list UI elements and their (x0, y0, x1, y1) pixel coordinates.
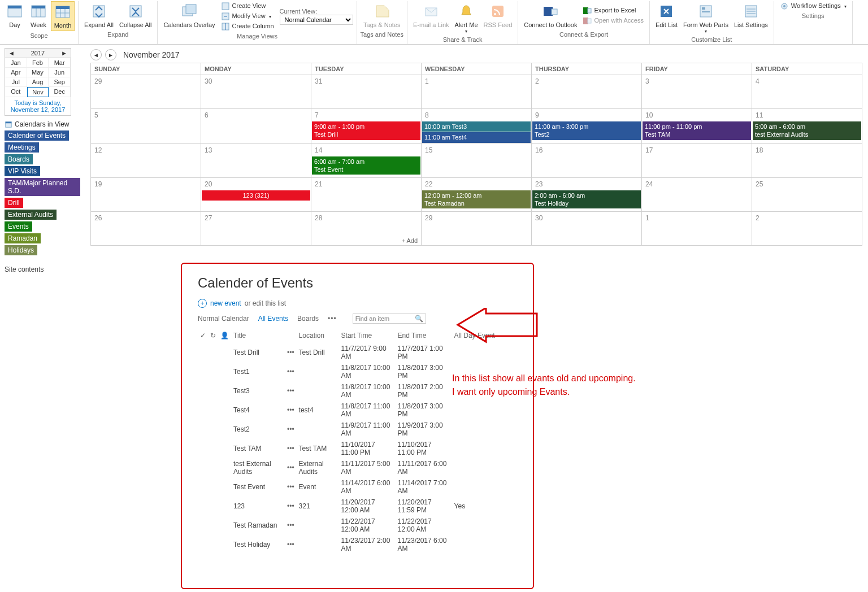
edit-list-button[interactable]: Edit List (653, 1, 680, 35)
calendar-cell[interactable]: 15 (422, 143, 532, 177)
calendar-event[interactable]: 6:00 am - 7:00 amTest Event (312, 156, 420, 175)
search-icon[interactable]: 🔍 (415, 315, 423, 323)
add-event-link[interactable]: Add (402, 237, 418, 244)
calendar-cell[interactable]: 810:00 am Test311:00 am Test4 (422, 109, 532, 144)
rss-feed-button[interactable]: RSS Feed (481, 1, 515, 35)
calendar-cell[interactable]: 5 (91, 109, 201, 144)
dp-month-aug[interactable]: Aug (27, 77, 49, 87)
row-menu[interactable]: ••• (285, 381, 297, 401)
dp-month-apr[interactable]: Apr (5, 68, 27, 77)
calendar-cell[interactable]: 30 (201, 75, 311, 109)
calendar-cell[interactable]: 6 (201, 109, 311, 144)
tags-notes-button[interactable]: Tags & Notes (361, 1, 402, 30)
table-row[interactable]: Test2•••11/9/2017 11:00 AM11/9/2017 3:00… (198, 420, 517, 439)
calendar-cell[interactable]: 911:00 am - 3:00 pmTest2 (532, 109, 642, 144)
calendar-cell[interactable]: 232:00 am - 6:00 amTest Holiday (532, 177, 642, 211)
calendar-event[interactable]: 11:00 am Test4 (422, 132, 531, 142)
cal-prev[interactable]: ◄ (90, 49, 102, 60)
calendar-cell[interactable]: 2 (532, 75, 642, 109)
calendar-item[interactable]: VIP Visits (5, 166, 40, 176)
week-button[interactable]: Week (27, 1, 50, 31)
views-more[interactable]: ••• (328, 315, 337, 323)
sync-icon[interactable]: ↻ (210, 332, 216, 339)
dp-month-sep[interactable]: Sep (49, 77, 71, 87)
month-button[interactable]: Month (51, 1, 75, 31)
calendar-cell[interactable]: 27 (201, 211, 311, 245)
calendar-cell[interactable]: 24 (642, 177, 752, 211)
dp-month-oct[interactable]: Oct (5, 87, 27, 97)
dp-month-dec[interactable]: Dec (49, 87, 71, 97)
calendar-event[interactable]: 123 (321) (202, 190, 310, 201)
table-row[interactable]: 123•••32111/20/2017 12:00 AM11/20/2017 1… (198, 497, 517, 516)
calendar-cell[interactable]: 19 (91, 177, 201, 211)
new-event-link[interactable]: new event (210, 299, 241, 307)
calendar-cell[interactable]: 1 (422, 75, 532, 109)
email-link-button[interactable]: E-mail a Link (411, 1, 452, 35)
calendar-item[interactable]: External Audits (5, 210, 57, 220)
calendar-cell[interactable]: 29 (91, 75, 201, 109)
calendar-item[interactable]: Drill (5, 198, 23, 208)
calendar-cell[interactable]: 18 (752, 143, 862, 177)
table-row[interactable]: Test Ramadan•••11/22/2017 12:00 AM11/22/… (198, 516, 517, 535)
calendar-cell[interactable]: 1011:00 pm - 11:00 pmTest TAM (642, 109, 752, 144)
table-row[interactable]: Test TAM•••Test TAM11/10/2017 11:00 PM11… (198, 439, 517, 458)
calendar-cell[interactable]: 30 (532, 211, 642, 245)
calendar-event[interactable]: 9:00 am - 1:00 pmTest Drill (312, 121, 420, 140)
calendar-cell[interactable]: 21 (311, 177, 422, 211)
calendar-item[interactable]: Boards (5, 154, 33, 164)
dp-month-jul[interactable]: Jul (5, 77, 27, 87)
calendar-event[interactable]: 10:00 am Test3 (422, 121, 531, 132)
check-icon[interactable]: ✓ (200, 332, 206, 339)
calendar-cell[interactable]: 146:00 am - 7:00 amTest Event (311, 143, 422, 177)
row-menu[interactable]: ••• (285, 401, 297, 420)
dp-month-jun[interactable]: Jun (49, 68, 71, 77)
calendar-item[interactable]: Calender of Events (5, 130, 69, 141)
export-excel-button[interactable]: Export to Excel (580, 6, 645, 16)
calendar-cell[interactable]: 2212:00 am - 12:00 amTest Ramadan (422, 177, 532, 211)
row-menu[interactable]: ••• (285, 477, 297, 497)
calendar-event[interactable]: 12:00 am - 12:00 amTest Ramadan (422, 190, 531, 209)
calendar-cell[interactable]: 17 (642, 143, 752, 177)
table-row[interactable]: Test Holiday•••11/23/2017 2:00 AM11/23/2… (198, 535, 517, 554)
dp-month-mar[interactable]: Mar (49, 58, 71, 68)
row-menu[interactable]: ••• (285, 439, 297, 458)
row-menu[interactable]: ••• (285, 497, 297, 516)
form-web-parts-button[interactable]: Form Web Parts▾ (681, 1, 731, 35)
row-menu[interactable]: ••• (285, 343, 297, 362)
list-settings-button[interactable]: List Settings (732, 1, 770, 35)
view-all-events[interactable]: All Events (258, 315, 288, 323)
calendar-cell[interactable]: 20123 (321) (201, 177, 311, 211)
calendar-item[interactable]: Meetings (5, 142, 39, 153)
calendar-cell[interactable]: 79:00 am - 1:00 pmTest Drill (311, 109, 422, 144)
calendar-cell[interactable]: 115:00 am - 6:00 amtest External Audits (752, 109, 862, 144)
plus-icon[interactable]: + (198, 299, 207, 308)
row-menu[interactable]: ••• (285, 458, 297, 477)
dp-month-feb[interactable]: Feb (27, 58, 49, 68)
dp-month-may[interactable]: May (27, 68, 49, 77)
calendar-cell[interactable]: 28Add (311, 211, 422, 245)
calendar-cell[interactable]: 13 (201, 143, 311, 177)
dp-today[interactable]: Today is Sunday, November 12, 2017 (5, 97, 71, 115)
calendar-cell[interactable]: 2 (752, 211, 862, 245)
calendars-overlay-button[interactable]: Calendars Overlay (161, 1, 217, 32)
modify-view-button[interactable]: Modify View▾ (219, 11, 276, 21)
site-contents-link[interactable]: Site contents (5, 265, 80, 273)
calendar-cell[interactable]: 29 (422, 211, 532, 245)
calendar-cell[interactable]: 25 (752, 177, 862, 211)
calendar-item[interactable]: Events (5, 221, 32, 232)
share-icon[interactable]: 👤 (220, 332, 229, 339)
find-input[interactable] (355, 315, 412, 322)
open-access-button[interactable]: Open with Access (580, 16, 645, 26)
day-button[interactable]: Day (3, 1, 26, 31)
create-column-button[interactable]: Create Column (219, 21, 276, 32)
collapse-all-button[interactable]: Collapse All (117, 1, 154, 30)
dp-month-nov[interactable]: Nov (27, 87, 49, 97)
row-menu[interactable]: ••• (285, 420, 297, 439)
expand-all-button[interactable]: Expand All (82, 1, 116, 30)
dp-next[interactable]: ► (58, 49, 71, 58)
workflow-settings-button[interactable]: Workflow Settings▾ (778, 1, 849, 11)
table-row[interactable]: Test4•••test411/8/2017 11:00 AM11/8/2017… (198, 401, 517, 420)
calendar-cell[interactable]: 26 (91, 211, 201, 245)
calendar-cell[interactable]: 4 (752, 75, 862, 109)
calendar-event[interactable]: 11:00 pm - 11:00 pmTest TAM (643, 121, 751, 140)
